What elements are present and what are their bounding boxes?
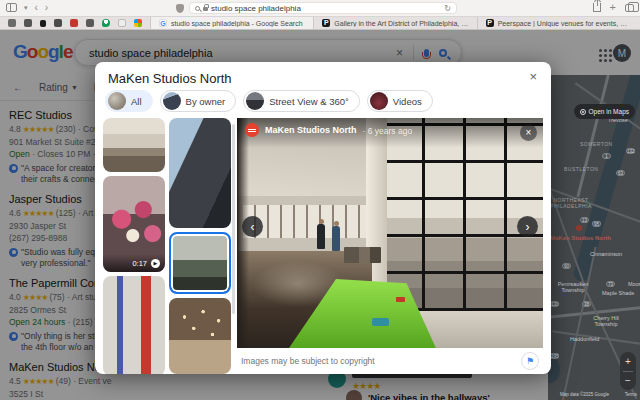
zoom-out-button[interactable]: −: [620, 372, 636, 391]
route-shield: 38: [582, 301, 591, 307]
main-photo-viewer: MaKen Studios North · 6 years ago × ‹ ›: [237, 118, 543, 348]
tab-label: studio space philadelphia - Google Searc…: [171, 20, 303, 27]
pinned-tab-icon[interactable]: [86, 19, 94, 27]
pinned-tab-icon[interactable]: [118, 19, 126, 27]
route-shield: 132: [626, 148, 635, 154]
video-badge: 0:17▶: [103, 254, 165, 272]
chip-thumbnail: [370, 92, 388, 110]
tab-overview-icon[interactable]: [625, 4, 634, 12]
route-shield: 73: [606, 281, 615, 287]
browser-chrome: ▾ ‹ › studio space philadelphia ↻ +: [0, 0, 640, 30]
chip-thumbnail: [246, 92, 264, 110]
route-shield: 130: [550, 301, 559, 307]
photo-tool: [372, 318, 389, 326]
zoom-in-button[interactable]: +: [620, 352, 636, 371]
pinned-tab-icon[interactable]: [24, 19, 32, 27]
reload-icon[interactable]: ↻: [444, 4, 451, 13]
main-photo: [237, 118, 543, 348]
tab-bar: G studio space philadelphia - Google Sea…: [0, 17, 640, 30]
chip-by-owner[interactable]: By owner: [160, 90, 237, 112]
author-logo: [245, 123, 259, 137]
gallery-scrollbar[interactable]: [232, 124, 235, 314]
chip-thumbnail: [108, 92, 126, 110]
pinned-tab-icon[interactable]: [8, 19, 16, 27]
peerspace-favicon: P: [322, 19, 330, 27]
chip-videos[interactable]: Videos: [367, 90, 433, 112]
photo-thumbnail[interactable]: [103, 276, 165, 374]
photo-author[interactable]: MaKen Studios North: [265, 125, 357, 135]
pinned-tab-icon[interactable]: [40, 20, 46, 27]
copyright-notice: Images may be subject to copyright: [241, 356, 375, 366]
url-text[interactable]: studio space philadelphia: [211, 4, 441, 13]
lock-icon: [203, 7, 208, 11]
search-icon: [195, 6, 200, 11]
previous-photo-button[interactable]: ‹: [242, 216, 263, 237]
tab-peerspace[interactable]: P Peerspace | Unique venues for events, …: [477, 17, 640, 29]
photo-age: · 6 years ago: [363, 126, 413, 136]
photo-back-windows: [243, 205, 378, 237]
open-in-maps-button[interactable]: Open in Maps: [574, 104, 635, 119]
play-icon: ▶: [151, 259, 160, 268]
tab-gallery-art-district[interactable]: P Gallery in the Art District of Philade…: [313, 17, 476, 29]
photo-attribution: MaKen Studios North · 6 years ago: [237, 118, 543, 148]
photo-thumbnail-selected[interactable]: [169, 232, 231, 294]
map-label: BUSTLETON: [564, 166, 598, 172]
share-icon[interactable]: [593, 3, 601, 12]
modal-footer: Images may be subject to copyright ⚑: [237, 348, 551, 374]
maps-icon: [580, 109, 586, 115]
video-duration: 0:17: [132, 259, 147, 268]
sidebar-toggle-icon[interactable]: [6, 3, 17, 12]
map-label: Cinnaminson: [590, 251, 622, 257]
map-panel[interactable]: Trevose SOMERTON BUSTLETON NORTHEAST PHI…: [548, 75, 640, 400]
photo-close-icon[interactable]: ×: [520, 124, 537, 141]
pinned-tab-icon[interactable]: [70, 19, 78, 27]
map-label: Pennsauken Township: [552, 281, 594, 293]
url-bar[interactable]: studio space philadelphia ↻: [189, 2, 457, 14]
google-favicon: G: [159, 19, 167, 27]
pinned-tabs: [0, 17, 150, 29]
chip-all[interactable]: All: [105, 90, 153, 112]
tab-label: Peerspace | Unique venues for events, me…: [498, 20, 632, 27]
photo-filter-chips: All By owner Street View & 360° Videos: [105, 90, 433, 112]
route-shield: 95: [592, 221, 601, 227]
chip-street-view[interactable]: Street View & 360°: [243, 90, 360, 112]
photo-thumbnail[interactable]: [103, 118, 165, 172]
back-button[interactable]: ‹: [35, 2, 38, 13]
map-label: Moore: [628, 281, 640, 287]
map-terms-link[interactable]: Terms: [625, 392, 637, 397]
photo-clutter: [344, 247, 381, 263]
pinned-tab-maps-icon[interactable]: [102, 19, 110, 27]
photo-thumbnail[interactable]: [169, 118, 231, 228]
pinned-tab-microsoft-icon[interactable]: [134, 19, 142, 27]
map-label: Haddonfield: [570, 336, 599, 342]
modal-close-icon[interactable]: ×: [529, 69, 537, 84]
photo-tool: [396, 297, 405, 302]
route-shield: 1: [602, 153, 611, 159]
video-thumbnail[interactable]: 0:17▶: [103, 176, 165, 272]
photo-person: [332, 226, 340, 251]
next-photo-button[interactable]: ›: [517, 216, 538, 237]
tab-label: Gallery in the Art District of Philadelp…: [334, 20, 468, 27]
privacy-shield-icon[interactable]: [176, 4, 184, 13]
photos-modal: MaKen Studios North × All By owner Stree…: [95, 62, 551, 374]
map-marker-pin[interactable]: [575, 224, 583, 232]
new-tab-button[interactable]: +: [610, 2, 616, 13]
route-shield: 63: [616, 170, 625, 176]
map-marker-label[interactable]: MaKen Studios North: [550, 235, 611, 241]
tab-google-search[interactable]: G studio space philadelphia - Google Sea…: [150, 17, 313, 29]
forward-button[interactable]: ›: [45, 2, 48, 13]
route-shield: 90: [562, 263, 571, 269]
chevron-down-icon[interactable]: ▾: [24, 4, 28, 12]
map-label: Maple Shade: [602, 290, 634, 296]
app: ▾ ‹ › studio space philadelphia ↻ +: [0, 0, 640, 400]
pinned-tab-icon[interactable]: [54, 19, 62, 27]
map-attribution: Map data ©2025 Google: [560, 392, 609, 397]
map-label: Cherry Hill Township: [586, 315, 626, 327]
map-label: NORTHEAST PHILADELPHIA: [550, 197, 592, 209]
photo-thumbnail[interactable]: [169, 298, 231, 374]
map-zoom-control: + −: [620, 352, 636, 390]
modal-title: MaKen Studios North: [108, 71, 232, 86]
route-shield: 13: [580, 217, 589, 223]
report-flag-icon[interactable]: ⚑: [521, 352, 539, 370]
browser-toolbar: ▾ ‹ › studio space philadelphia ↻ +: [0, 0, 640, 17]
